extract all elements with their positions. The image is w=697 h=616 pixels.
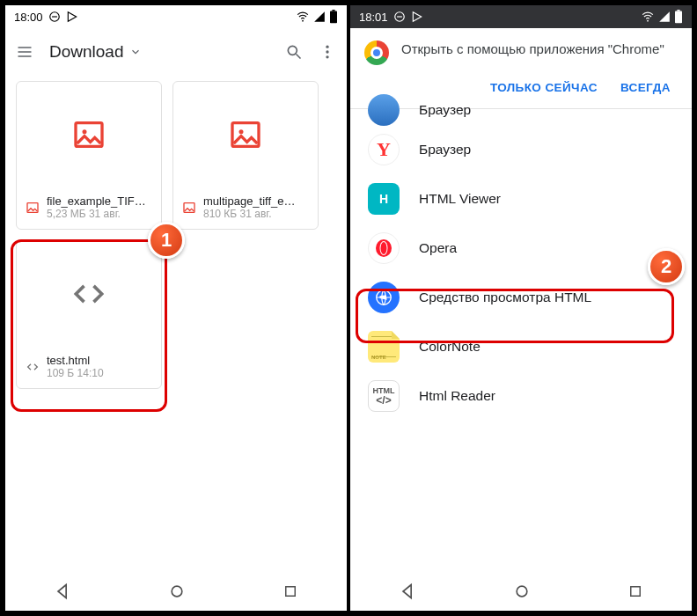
battery-icon — [674, 10, 683, 24]
svg-rect-28 — [631, 587, 641, 597]
app-name: Html Reader — [419, 388, 495, 404]
chevron-down-icon — [129, 46, 142, 58]
app-name: Средство просмотра HTML — [419, 290, 591, 305]
signal-icon — [313, 11, 326, 23]
status-bar: 18:00 — [5, 5, 347, 28]
status-bar: 18:01 — [350, 5, 692, 28]
file-name: multipage_tiff_e… — [203, 194, 309, 208]
svg-point-8 — [326, 50, 328, 53]
app-bar: Download — [5, 28, 347, 76]
always-button[interactable]: ВСЕГДА — [620, 81, 671, 94]
image-icon — [26, 201, 40, 215]
file-meta: 810 КБ 31 авг. — [203, 208, 309, 220]
svg-rect-17 — [286, 587, 296, 597]
app-name: ColorNote — [419, 339, 481, 355]
svg-point-7 — [326, 46, 328, 48]
nav-recent-button[interactable] — [282, 583, 298, 599]
html-viewer-icon: H — [368, 183, 400, 215]
app-item[interactable]: NOTE ColorNote — [350, 322, 692, 371]
image-icon — [173, 82, 318, 187]
opera-icon — [368, 232, 400, 264]
battery-icon — [329, 10, 338, 24]
file-name: test.html — [47, 354, 152, 367]
nav-back-button[interactable] — [399, 583, 416, 600]
wifi-icon — [296, 11, 310, 23]
nav-recent-button[interactable] — [627, 583, 643, 599]
image-icon — [182, 201, 196, 215]
app-item[interactable]: Средство просмотра HTML — [350, 273, 692, 322]
phone-left: 18:00 — [5, 5, 347, 611]
file-grid: file_example_TIF… 5,23 МБ 31 авг. multip… — [5, 76, 347, 394]
app-item[interactable]: Браузер — [350, 95, 692, 125]
file-name: file_example_TIF… — [47, 194, 152, 208]
app-item[interactable]: HTML</> Html Reader — [350, 371, 692, 421]
play-icon — [411, 11, 423, 23]
file-tile[interactable]: file_example_TIF… 5,23 МБ 31 авг. — [16, 81, 162, 230]
status-time: 18:01 — [359, 11, 388, 24]
svg-rect-22 — [677, 10, 679, 11]
svg-point-2 — [302, 20, 304, 22]
search-button[interactable] — [285, 43, 303, 61]
yandex-icon: Y — [368, 134, 400, 165]
wifi-icon — [641, 11, 655, 23]
folder-dropdown[interactable]: Download — [49, 42, 142, 62]
svg-point-20 — [647, 20, 649, 22]
just-once-button[interactable]: ТОЛЬКО СЕЙЧАС — [490, 81, 598, 94]
play-icon — [66, 11, 78, 23]
chrome-icon — [364, 40, 389, 65]
code-icon — [26, 360, 40, 374]
app-item[interactable]: H HTML Viewer — [350, 174, 692, 224]
svg-point-16 — [172, 586, 182, 597]
svg-rect-21 — [675, 11, 682, 24]
signal-icon — [658, 11, 671, 23]
app-name: Браузер — [419, 102, 471, 118]
svg-point-11 — [83, 129, 87, 134]
browser-icon — [368, 94, 400, 126]
app-item[interactable]: Opera — [350, 224, 692, 273]
app-item[interactable]: Y Браузер — [350, 125, 692, 174]
svg-point-5 — [288, 46, 297, 55]
image-icon — [17, 82, 161, 187]
nav-back-button[interactable] — [54, 583, 71, 600]
folder-title: Download — [49, 42, 124, 62]
file-meta: 5,23 МБ 31 авг. — [47, 208, 152, 220]
svg-point-14 — [239, 129, 244, 134]
svg-point-27 — [517, 586, 527, 597]
nav-bar — [5, 572, 347, 611]
open-with-header: Открыть с помощью приложения "Chrome" — [350, 28, 692, 74]
code-icon — [17, 241, 161, 347]
app-list: Браузер Y Браузер H HTML Viewer Op — [350, 109, 692, 572]
file-tile[interactable]: multipage_tiff_e… 810 КБ 31 авг. — [172, 81, 319, 230]
dnd-icon — [48, 11, 61, 23]
open-with-title: Открыть с помощью приложения "Chrome" — [401, 40, 664, 58]
dnd-icon — [393, 11, 406, 23]
more-button[interactable] — [319, 43, 336, 61]
app-name: HTML Viewer — [419, 191, 501, 207]
svg-rect-3 — [330, 11, 337, 24]
file-tile[interactable]: test.html 109 Б 14:10 — [16, 240, 162, 389]
phone-right: 18:01 — [350, 5, 692, 611]
nav-home-button[interactable] — [168, 583, 186, 600]
app-name: Opera — [419, 240, 457, 256]
colornote-icon: NOTE — [368, 331, 400, 363]
app-name: Браузер — [419, 142, 471, 158]
html-reader-icon: HTML</> — [368, 380, 400, 412]
file-meta: 109 Б 14:10 — [47, 367, 152, 379]
nav-bar — [350, 572, 692, 611]
svg-point-25 — [381, 242, 387, 254]
nav-home-button[interactable] — [513, 583, 531, 600]
html-tool-icon — [368, 282, 400, 313]
svg-line-6 — [297, 55, 301, 59]
status-time: 18:00 — [14, 11, 43, 24]
menu-button[interactable] — [16, 43, 33, 61]
svg-point-9 — [326, 55, 328, 58]
svg-rect-4 — [332, 10, 334, 11]
